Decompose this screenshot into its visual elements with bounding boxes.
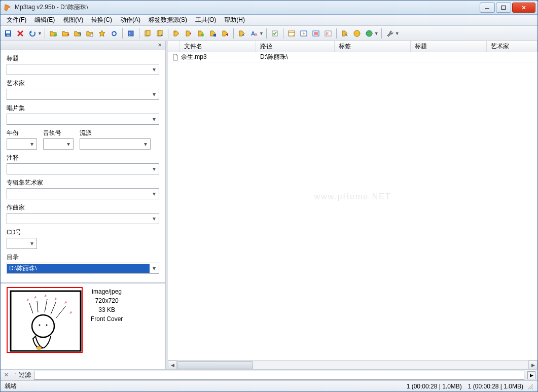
toolbar: ▼ + # Aa ▼ E ▼ ▼ [1, 26, 537, 41]
text-tag-icon[interactable] [207, 28, 219, 39]
track-field[interactable]: ▾ [43, 138, 74, 150]
select-all-icon[interactable] [125, 28, 136, 39]
quick-action-icon[interactable] [269, 28, 280, 39]
refresh-icon[interactable] [109, 28, 120, 39]
tag-filename-icon[interactable] [171, 28, 182, 39]
chevron-down-icon[interactable]: ▾ [150, 164, 159, 174]
titlebar[interactable]: Mp3tag v2.95b - D:\陈丽珠\ [1, 1, 537, 15]
filter-input[interactable] [34, 371, 524, 380]
tag-sources-icon[interactable] [339, 28, 350, 39]
actions-icon[interactable]: Aa [248, 28, 260, 39]
undo-icon[interactable] [27, 28, 38, 39]
chevron-down-icon[interactable]: ▾ [27, 238, 37, 248]
web-source1-icon[interactable] [351, 28, 363, 39]
comment-label: 注释 [7, 154, 159, 162]
artist-field[interactable]: ▾ [7, 89, 159, 100]
svg-rect-22 [146, 30, 150, 35]
composer-field[interactable]: ▾ [7, 213, 159, 224]
scroll-left-icon[interactable]: ◀ [168, 361, 177, 370]
menu-tagsource[interactable]: 标签数据源(S) [145, 15, 191, 25]
menu-help[interactable]: 帮助(H) [220, 15, 249, 25]
delete-icon[interactable] [15, 28, 26, 39]
tools-icon[interactable] [384, 28, 396, 39]
web-dropdown-icon[interactable]: ▼ [374, 31, 379, 36]
grip-icon[interactable]: ⋮⋮ [13, 372, 16, 378]
playlist-icon[interactable] [310, 28, 321, 39]
cover-size: 33 KB [91, 305, 123, 314]
menu-view[interactable]: 视图(V) [59, 15, 87, 25]
scroll-right-icon[interactable]: ▶ [528, 361, 537, 370]
extended-tags-icon[interactable] [286, 28, 297, 39]
menu-file[interactable]: 文件(F) [3, 15, 30, 25]
tag-text-icon[interactable] [220, 28, 231, 39]
favorite-icon[interactable] [96, 28, 107, 39]
chevron-down-icon[interactable]: ▾ [64, 139, 73, 149]
minimize-button[interactable] [480, 3, 495, 13]
year-field[interactable]: ▾ [7, 138, 37, 150]
svg-rect-14 [90, 34, 93, 37]
horizontal-scrollbar[interactable]: ◀ ▶ [168, 360, 537, 369]
report-icon[interactable]: E [322, 28, 334, 39]
genre-field[interactable]: ▾ [80, 138, 151, 150]
web-source2-icon[interactable] [364, 28, 375, 39]
chevron-down-icon[interactable]: ▾ [141, 139, 150, 149]
svg-rect-24 [158, 30, 162, 35]
menu-tools[interactable]: 工具(O) [191, 15, 220, 25]
svg-point-26 [174, 31, 175, 32]
svg-rect-49 [11, 291, 81, 351]
undo-dropdown-icon[interactable]: ▼ [38, 31, 42, 36]
cover-art[interactable] [7, 287, 83, 353]
svg-point-1 [9, 5, 10, 6]
chevron-down-icon[interactable]: ▾ [150, 64, 159, 75]
refresh-folder-icon[interactable] [72, 28, 83, 39]
cell-tag [335, 52, 411, 62]
menu-action[interactable]: 动作(A) [116, 15, 145, 25]
title-field[interactable]: ▾ [7, 64, 159, 75]
filename-tag-icon[interactable] [183, 28, 194, 39]
autonumber-icon[interactable]: # [236, 28, 247, 39]
col-tag[interactable]: 标签 [335, 41, 411, 52]
albumartist-field[interactable]: ▾ [7, 188, 159, 199]
tools-dropdown-icon[interactable]: ▼ [395, 31, 400, 36]
filename-filename-icon[interactable] [195, 28, 206, 39]
chevron-down-icon[interactable]: ▾ [150, 263, 159, 273]
paste-tag-icon[interactable] [154, 28, 165, 39]
close-button[interactable] [512, 3, 535, 13]
discnum-field[interactable]: ▾ [7, 238, 37, 249]
table-row[interactable]: 余生.mp3 D:\陈丽珠\ [168, 52, 537, 62]
album-field[interactable]: ▾ [7, 114, 159, 125]
svg-rect-17 [128, 31, 133, 36]
open-folder-icon[interactable] [48, 28, 59, 39]
chevron-down-icon[interactable]: ▾ [150, 213, 159, 224]
directory-field[interactable]: D:\陈丽珠\▾ [7, 263, 159, 274]
playlist-folder-icon[interactable] [84, 28, 95, 39]
filter-go-icon[interactable]: ▶ [527, 371, 535, 379]
copy-tag-icon[interactable] [142, 28, 153, 39]
col-icon[interactable] [168, 41, 180, 52]
chevron-down-icon[interactable]: ▾ [150, 89, 159, 99]
col-filename[interactable]: 文件名 [180, 41, 256, 52]
filter-close-icon[interactable]: ✕ [3, 372, 10, 378]
resize-grip-icon[interactable] [526, 383, 533, 390]
actions-dropdown-icon[interactable]: ▼ [259, 31, 264, 36]
panel-close-icon[interactable]: ✕ [156, 42, 163, 49]
export-icon[interactable] [298, 28, 309, 39]
col-title[interactable]: 标题 [411, 41, 487, 52]
cell-filename: 余生.mp3 [181, 53, 207, 61]
add-folder-icon[interactable]: + [60, 28, 71, 39]
save-icon[interactable] [3, 28, 14, 39]
menu-edit[interactable]: 编辑(E) [30, 15, 59, 25]
chevron-down-icon[interactable]: ▾ [150, 114, 159, 124]
col-artist[interactable]: 艺术家 [487, 41, 537, 52]
cover-dimensions: 720x720 [91, 296, 123, 305]
comment-field[interactable]: ▾ [7, 163, 159, 174]
menu-convert[interactable]: 转换(C) [87, 15, 116, 25]
directory-label: 目录 [7, 253, 159, 262]
svg-rect-3 [501, 6, 506, 9]
col-path[interactable]: 路径 [256, 41, 335, 52]
chevron-down-icon[interactable]: ▾ [150, 189, 159, 199]
maximize-button[interactable] [496, 3, 511, 13]
year-label: 年份 [7, 129, 37, 137]
scroll-thumb[interactable] [177, 361, 253, 369]
chevron-down-icon[interactable]: ▾ [27, 139, 37, 149]
